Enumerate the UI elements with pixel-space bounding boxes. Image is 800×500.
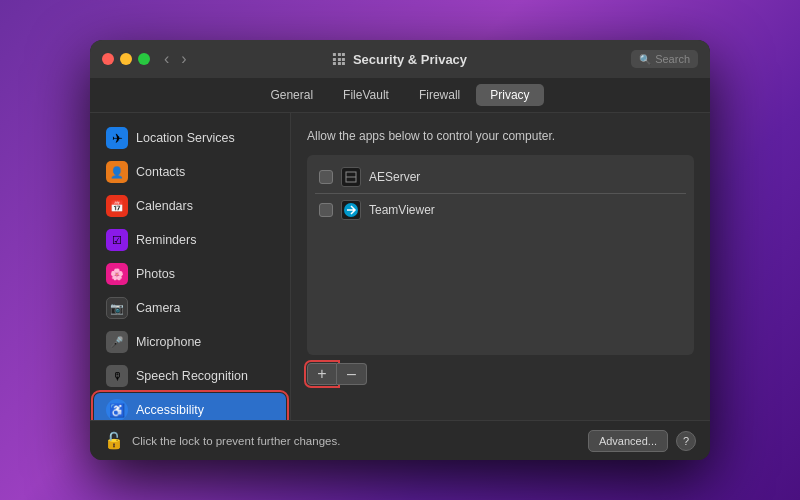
sidebar-item-calendars[interactable]: 📅 Calendars — [94, 189, 286, 223]
camera-icon: 📷 — [106, 297, 128, 319]
list-action-buttons: + – — [307, 363, 694, 385]
traffic-lights — [102, 53, 150, 65]
search-icon: 🔍 — [639, 54, 651, 65]
tab-firewall[interactable]: Firewall — [405, 84, 474, 106]
teamviewer-icon — [341, 200, 361, 220]
sidebar-item-microphone[interactable]: 🎤 Microphone — [94, 325, 286, 359]
apps-list: AEServer TeamViewer — [307, 155, 694, 355]
lock-text: Click the lock to prevent further change… — [132, 435, 580, 447]
sidebar-item-label: Speech Recognition — [136, 369, 248, 383]
sidebar-item-label: Calendars — [136, 199, 193, 213]
search-placeholder: Search — [655, 53, 690, 65]
search-box[interactable]: 🔍 Search — [631, 50, 698, 68]
panel-description: Allow the apps below to control your com… — [307, 129, 694, 143]
sidebar-item-label: Contacts — [136, 165, 185, 179]
help-button[interactable]: ? — [676, 431, 696, 451]
forward-button[interactable]: › — [177, 48, 190, 70]
sidebar-item-speech[interactable]: 🎙 Speech Recognition — [94, 359, 286, 393]
titlebar: ‹ › Security & Privacy 🔍 Search — [90, 40, 710, 78]
aeserver-icon — [341, 167, 361, 187]
app-item-aeserver: AEServer — [307, 161, 694, 193]
main-window: ‹ › Security & Privacy 🔍 Search General … — [90, 40, 710, 460]
location-icon: ✈ — [106, 127, 128, 149]
sidebar-item-reminders[interactable]: ☑ Reminders — [94, 223, 286, 257]
tab-filevault[interactable]: FileVault — [329, 84, 403, 106]
accessibility-icon: ♿ — [106, 399, 128, 420]
add-app-button[interactable]: + — [307, 363, 337, 385]
sidebar-item-contacts[interactable]: 👤 Contacts — [94, 155, 286, 189]
app-item-teamviewer: TeamViewer — [307, 194, 694, 226]
nav-buttons: ‹ › — [160, 48, 191, 70]
close-button[interactable] — [102, 53, 114, 65]
photos-icon: 🌸 — [106, 263, 128, 285]
aeserver-label: AEServer — [369, 170, 420, 184]
sidebar-item-location[interactable]: ✈ Location Services — [94, 121, 286, 155]
bottom-bar: 🔓 Click the lock to prevent further chan… — [90, 420, 710, 460]
aeserver-checkbox[interactable] — [319, 170, 333, 184]
main-panel: Allow the apps below to control your com… — [290, 113, 710, 420]
sidebar: ✈ Location Services 👤 Contacts 📅 Calenda… — [90, 113, 290, 420]
sidebar-item-label: Camera — [136, 301, 180, 315]
sidebar-item-label: Reminders — [136, 233, 196, 247]
title-area: Security & Privacy — [333, 52, 467, 67]
sidebar-item-label: Location Services — [136, 131, 235, 145]
lock-icon[interactable]: 🔓 — [104, 431, 124, 450]
sidebar-item-accessibility[interactable]: ♿ Accessibility — [94, 393, 286, 420]
contacts-icon: 👤 — [106, 161, 128, 183]
sidebar-item-label: Accessibility — [136, 403, 204, 417]
calendars-icon: 📅 — [106, 195, 128, 217]
advanced-button[interactable]: Advanced... — [588, 430, 668, 452]
tabs-bar: General FileVault Firewall Privacy — [90, 78, 710, 113]
tab-general[interactable]: General — [256, 84, 327, 106]
window-title: Security & Privacy — [353, 52, 467, 67]
teamviewer-checkbox[interactable] — [319, 203, 333, 217]
maximize-button[interactable] — [138, 53, 150, 65]
teamviewer-label: TeamViewer — [369, 203, 435, 217]
sidebar-item-camera[interactable]: 📷 Camera — [94, 291, 286, 325]
reminders-icon: ☑ — [106, 229, 128, 251]
grid-icon — [333, 53, 345, 65]
sidebar-item-label: Photos — [136, 267, 175, 281]
sidebar-item-label: Microphone — [136, 335, 201, 349]
remove-app-button[interactable]: – — [337, 363, 367, 385]
speech-icon: 🎙 — [106, 365, 128, 387]
tab-privacy[interactable]: Privacy — [476, 84, 543, 106]
content-area: ✈ Location Services 👤 Contacts 📅 Calenda… — [90, 113, 710, 420]
back-button[interactable]: ‹ — [160, 48, 173, 70]
microphone-icon: 🎤 — [106, 331, 128, 353]
minimize-button[interactable] — [120, 53, 132, 65]
sidebar-item-photos[interactable]: 🌸 Photos — [94, 257, 286, 291]
